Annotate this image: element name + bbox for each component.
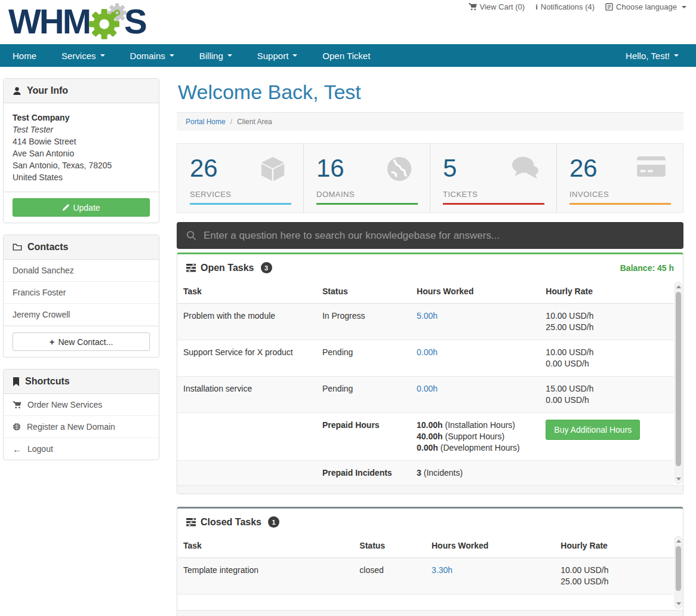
hourly-rate: 0.00 USD/h (546, 395, 668, 406)
stat-domains[interactable]: 16 DOMAINS (304, 144, 430, 212)
balance-label: Balance: 45 h (620, 263, 674, 273)
tasks-icon (186, 518, 196, 526)
domains-label: DOMAINS (316, 190, 418, 199)
tickets-count: 5 (443, 154, 457, 183)
notifications-link[interactable]: i Notifications (4) (535, 2, 595, 11)
pencil-icon (62, 204, 69, 211)
hours-worked-link[interactable]: 0.00h (417, 384, 438, 393)
your-info-panel: Your Info Test Company Test Tester 414 B… (3, 78, 159, 223)
view-cart-link[interactable]: View Cart (0) (469, 2, 525, 11)
nav-label: Services (61, 51, 96, 61)
shortcut-order-new-services[interactable]: Order New Services (4, 394, 159, 416)
nav-item-billing[interactable]: Billing (190, 44, 241, 67)
shortcut-register-domain[interactable]: Register a New Domain (4, 416, 159, 438)
your-info-title: Your Info (27, 85, 68, 96)
closed-tasks-table: Task Status Hours Worked Hourly Rate Tem… (177, 535, 674, 610)
nav-label: Billing (199, 51, 223, 61)
prepaid-desc: (Support Hours) (445, 432, 505, 441)
prepaid-incidents-row: Prepaid Incidents 3 (Incidents) (177, 461, 674, 486)
col-status: Status (316, 281, 411, 304)
invoices-label: INVOICES (569, 190, 671, 199)
chevron-down-icon (682, 6, 686, 8)
account-menu[interactable]: Hello, Test! (617, 44, 688, 67)
col-hours-worked: Hours Worked (426, 535, 555, 558)
contact-name: Francis Foster (13, 288, 66, 297)
open-tasks-title: Open Tasks (201, 263, 254, 273)
col-status: Status (353, 535, 426, 558)
col-hourly-rate: Hourly Rate (540, 281, 674, 304)
table-row: Problem with the module In Progress 5.00… (177, 304, 674, 340)
scroll-up-arrow[interactable] (676, 285, 681, 288)
comments-icon (511, 155, 540, 182)
credit-card-icon (636, 155, 666, 180)
invoices-count: 26 (569, 154, 598, 183)
nav-item-services[interactable]: Services (53, 44, 114, 67)
hourly-rate: 10.00 USD/h (546, 310, 668, 322)
breadcrumb-portal-home[interactable]: Portal Home (186, 118, 226, 126)
choose-language-dropdown[interactable]: Choose language (605, 2, 686, 11)
open-tasks-table-area: Task Status Hours Worked Hourly Rate Pro… (177, 281, 683, 485)
update-button[interactable]: Update (13, 198, 150, 217)
hours-worked-link[interactable]: 3.30h (432, 565, 452, 575)
nav-item-domains[interactable]: Domains (121, 44, 183, 67)
scroll-down-arrow[interactable] (676, 478, 681, 481)
table-row: Template integration closed 3.30h 10.00 … (177, 558, 674, 595)
new-contact-button[interactable]: + New Contact... (13, 332, 150, 351)
shortcut-label: Order New Services (27, 400, 102, 409)
contact-item[interactable]: Francis Foster (4, 282, 159, 304)
shortcut-label: Logout (27, 444, 53, 454)
cube-icon (259, 155, 287, 184)
topbar-links: View Cart (0) i Notifications (4) Choose… (469, 2, 686, 11)
nav-item-open-ticket[interactable]: Open Ticket (313, 44, 379, 67)
stat-tickets[interactable]: 5 TICKETS (430, 144, 557, 212)
nav-item-support[interactable]: Support (248, 44, 307, 67)
prepaid-incidents-value: 3 (417, 468, 421, 478)
breadcrumb-separator: / (230, 118, 232, 126)
hourly-rate: 15.00 USD/h (546, 383, 668, 395)
shortcut-logout[interactable]: ← Logout (4, 438, 159, 460)
task-status: Pending (316, 377, 411, 413)
user-icon (13, 87, 21, 96)
stat-services[interactable]: 26 SERVICES (177, 144, 304, 212)
scroll-up-arrow[interactable] (676, 540, 681, 543)
task-name: Template integration (177, 558, 353, 595)
stat-invoices[interactable]: 26 INVOICES (557, 144, 683, 212)
open-tasks-panel-footer (177, 485, 683, 494)
notifications-label: Notifications (4) (541, 2, 595, 11)
bookmark-icon (13, 377, 20, 386)
knowledgebase-search (177, 222, 683, 249)
chevron-down-icon (674, 54, 679, 57)
scrollbar[interactable] (675, 536, 682, 609)
logo-text-whm: WHM (8, 2, 90, 41)
scroll-down-arrow[interactable] (676, 602, 681, 605)
cart-icon (469, 3, 477, 11)
task-status: Pending (316, 340, 411, 377)
hours-worked-link[interactable]: 0.00h (417, 347, 438, 357)
scrollbar[interactable] (675, 282, 682, 484)
page-title: Welcome Back, Test (177, 78, 683, 112)
prepaid-desc: (Installation Hours) (445, 420, 516, 430)
address-line: San Antonio, Texas, 78205 (13, 159, 150, 171)
col-task: Task (177, 535, 353, 558)
scroll-thumb[interactable] (676, 292, 681, 466)
contact-name: Jeremy Crowell (13, 310, 70, 319)
contacts-panel: Contacts Donald Sanchez Francis Foster J… (3, 235, 159, 358)
buy-additional-hours-button[interactable]: Buy Additional Hours (546, 420, 640, 440)
services-count: 26 (190, 154, 218, 183)
domains-count: 16 (316, 154, 344, 183)
invoices-underline (569, 203, 671, 205)
chevron-down-icon (227, 54, 232, 57)
open-tasks-header: Open Tasks 3 Balance: 45 h (177, 254, 683, 281)
contact-item[interactable]: Jeremy Crowell (4, 304, 159, 326)
nav-item-home[interactable]: Home (4, 44, 45, 67)
prepaid-value: 40.00h (417, 432, 443, 441)
whmcs-logo[interactable]: WHM S (8, 2, 146, 41)
hourly-rate: 0.00 USD/h (546, 358, 668, 369)
hours-worked-link[interactable]: 5.00h (417, 311, 438, 321)
scroll-thumb[interactable] (676, 546, 681, 591)
closed-tasks-count-badge: 1 (268, 516, 279, 528)
main-content: Welcome Back, Test Portal Home / Client … (177, 78, 683, 616)
search-input[interactable] (204, 230, 674, 242)
contact-item[interactable]: Donald Sanchez (4, 260, 159, 282)
view-cart-label: View Cart (0) (480, 2, 525, 11)
